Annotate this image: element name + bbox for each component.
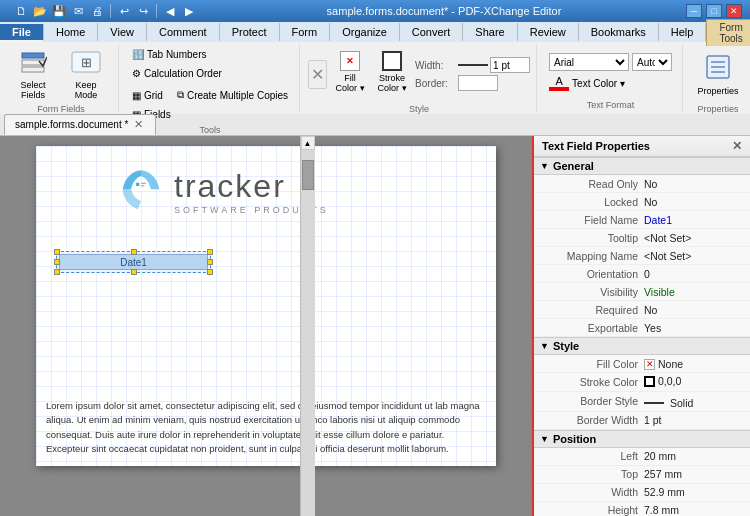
ribbon-tab-bar: File Home View Comment Protect Form Orga… xyxy=(0,22,750,42)
new-btn[interactable]: 🗋 xyxy=(12,2,30,20)
prop-field-name-label: Field Name xyxy=(544,214,644,226)
tab-organize[interactable]: Organize xyxy=(330,23,400,41)
section-position-arrow: ▼ xyxy=(540,434,549,444)
doc-tab-sample[interactable]: sample.forms.document * ✕ xyxy=(4,114,156,135)
redo-btn[interactable]: ↪ xyxy=(134,2,152,20)
group-text-format-label: Text Format xyxy=(587,100,635,110)
prop-height-value: 7.8 mm xyxy=(644,504,746,516)
selected-field[interactable]: Date1 xyxy=(56,251,211,273)
dismiss-button[interactable]: ✕ xyxy=(308,60,327,89)
group-text-format-content: Arial Auto A Text Color ▾ xyxy=(545,46,676,98)
prop-tooltip-label: Tooltip xyxy=(544,232,644,244)
tab-convert[interactable]: Convert xyxy=(400,23,464,41)
handle-mr[interactable] xyxy=(207,259,213,265)
open-btn[interactable]: 📂 xyxy=(31,2,49,20)
tab-bookmarks[interactable]: Bookmarks xyxy=(579,23,659,41)
scroll-up-btn[interactable]: ▲ xyxy=(301,136,315,150)
props-panel-content[interactable]: ▼ General Read Only No Locked No Field N… xyxy=(534,157,750,516)
font-select[interactable]: Arial xyxy=(549,53,629,71)
minimize-btn[interactable]: ─ xyxy=(686,4,702,18)
text-format-controls: Arial Auto A Text Color ▾ xyxy=(545,53,676,91)
prop-mapping: Mapping Name <Not Set> xyxy=(534,247,750,265)
print-btn[interactable]: 🖨 xyxy=(88,2,106,20)
properties-label: Properties xyxy=(698,86,739,96)
prop-stroke-color-value: 0,0,0 xyxy=(644,375,746,389)
tab-share[interactable]: Share xyxy=(463,23,517,41)
forward-btn[interactable]: ▶ xyxy=(180,2,198,20)
props-close-btn[interactable]: ✕ xyxy=(732,139,742,153)
section-general[interactable]: ▼ General xyxy=(534,157,750,175)
text-color-button[interactable]: A xyxy=(549,75,569,91)
prop-locked-value: No xyxy=(644,196,746,208)
keep-mode-button[interactable]: ⊞ KeepMode xyxy=(60,46,112,102)
tab-form[interactable]: Form xyxy=(280,23,331,41)
tab-protect[interactable]: Protect xyxy=(220,23,280,41)
handle-bm[interactable] xyxy=(131,269,137,275)
grid-button[interactable]: ▦ Grid xyxy=(127,86,168,104)
select-fields-icon xyxy=(19,48,47,80)
text-color-row: A Text Color ▾ xyxy=(549,75,672,91)
group-properties-content: Properties xyxy=(691,46,745,102)
handle-bl[interactable] xyxy=(54,269,60,275)
close-btn[interactable]: ✕ xyxy=(726,4,742,18)
width-input[interactable] xyxy=(490,57,530,73)
scroll-track[interactable] xyxy=(301,150,315,516)
email-btn[interactable]: ✉ xyxy=(69,2,87,20)
tab-help[interactable]: Help xyxy=(659,23,707,41)
maximize-btn[interactable]: □ xyxy=(706,4,722,18)
handle-tr[interactable] xyxy=(207,249,213,255)
tab-comment[interactable]: Comment xyxy=(147,23,220,41)
form-tools-section-label: Form Tools xyxy=(706,19,750,46)
handle-ml[interactable] xyxy=(54,259,60,265)
prop-height: Height 7.8 mm xyxy=(534,502,750,517)
prop-orientation-label: Orientation xyxy=(544,268,644,280)
border-input[interactable] xyxy=(458,75,498,91)
select-fields-button[interactable]: SelectFields xyxy=(10,46,56,102)
svg-rect-11 xyxy=(141,183,146,184)
width-label: Width: xyxy=(415,60,455,71)
group-style: ✕ ✕ FillColor ▾ StrokeColor ▾ xyxy=(302,44,537,112)
group-style-content: ✕ ✕ FillColor ▾ StrokeColor ▾ xyxy=(308,46,530,102)
properties-button[interactable]: Properties xyxy=(691,46,745,102)
undo-btn[interactable]: ↩ xyxy=(115,2,133,20)
prop-required: Required No xyxy=(534,301,750,319)
handle-tl[interactable] xyxy=(54,249,60,255)
calculation-order-button[interactable]: ⚙ Calculation Order xyxy=(127,65,293,82)
tab-file[interactable]: File xyxy=(0,24,44,42)
prop-exportable: Exportable Yes xyxy=(534,319,750,337)
section-position[interactable]: ▼ Position xyxy=(534,430,750,448)
prop-visibility-label: Visibility xyxy=(544,286,644,298)
tab-home[interactable]: Home xyxy=(44,23,98,41)
prop-width-label: Width xyxy=(544,486,644,498)
stroke-color-indicator: 0,0,0 xyxy=(644,375,681,387)
tab-view[interactable]: View xyxy=(98,23,147,41)
create-multiple-button[interactable]: ⧉ Create Multiple Copies xyxy=(172,86,293,104)
window-title: sample.forms.document* - PDF-XChange Edi… xyxy=(202,5,686,17)
prop-border-width-label: Border Width xyxy=(544,414,644,426)
fill-color-button[interactable]: ✕ FillColor ▾ xyxy=(331,46,369,98)
doc-tab-close-btn[interactable]: ✕ xyxy=(132,118,145,131)
handle-tm[interactable] xyxy=(131,249,137,255)
prop-mapping-label: Mapping Name xyxy=(544,250,644,262)
back-btn[interactable]: ◀ xyxy=(161,2,179,20)
font-size-select[interactable]: Auto xyxy=(632,53,672,71)
section-style[interactable]: ▼ Style xyxy=(534,337,750,355)
prop-left-label: Left xyxy=(544,450,644,462)
tab-review[interactable]: Review xyxy=(518,23,579,41)
save-btn[interactable]: 💾 xyxy=(50,2,68,20)
border-label: Border: xyxy=(415,78,455,89)
prop-read-only-value: No xyxy=(644,178,746,190)
group-properties-label: Properties xyxy=(698,104,739,114)
prop-exportable-label: Exportable xyxy=(544,322,644,334)
section-general-label: General xyxy=(553,160,594,172)
document-tab-bar: sample.forms.document * ✕ xyxy=(0,114,750,136)
scroll-thumb[interactable] xyxy=(302,160,314,190)
fill-stroke-group: ✕ FillColor ▾ StrokeColor ▾ xyxy=(331,46,411,102)
stroke-color-button[interactable]: StrokeColor ▾ xyxy=(373,46,411,98)
doc-tab-label: sample.forms.document * xyxy=(15,119,128,130)
section-position-label: Position xyxy=(553,433,596,445)
select-fields-label: SelectFields xyxy=(20,80,45,100)
prop-border-width-value: 1 pt xyxy=(644,414,746,426)
tab-numbers-button[interactable]: 🔢 Tab Numbers xyxy=(127,46,293,63)
handle-br[interactable] xyxy=(207,269,213,275)
